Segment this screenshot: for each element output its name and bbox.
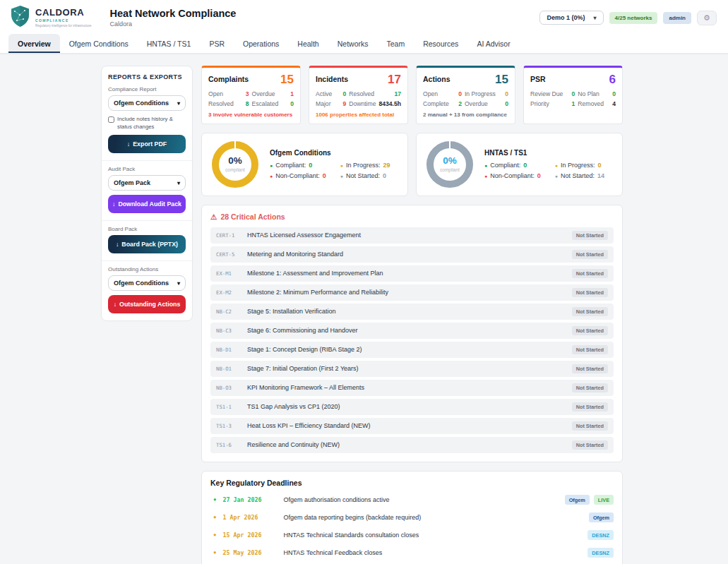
tab-psr[interactable]: PSR bbox=[200, 34, 234, 53]
tab-operations[interactable]: Operations bbox=[234, 34, 288, 53]
chevron-down-icon: ▾ bbox=[177, 280, 180, 287]
audit-pack-label: Audit Pack bbox=[108, 166, 186, 172]
action-code: CERT-1 bbox=[216, 232, 247, 239]
stat-label: In Progress bbox=[465, 90, 496, 97]
critical-action-row: CERT-1 HNTAS Licensed Assessor Engagemen… bbox=[210, 227, 614, 244]
status-badge: Not Started bbox=[572, 288, 608, 297]
donut-chart: 0% compliant bbox=[212, 141, 258, 188]
card-total: 6 bbox=[609, 73, 616, 85]
brand-subtitle: COMPLIANCE bbox=[35, 18, 92, 23]
stat-value: 0 bbox=[452, 90, 462, 97]
status-dot-icon: ● bbox=[213, 515, 217, 520]
compliance-report-select[interactable]: Ofgem Conditions ▾ bbox=[108, 95, 186, 111]
chevron-down-icon: ▾ bbox=[177, 100, 180, 107]
status-badge: Not Started bbox=[572, 326, 608, 335]
board-pack-button[interactable]: ↓ Board Pack (PPTX) bbox=[108, 235, 186, 253]
tab-resources[interactable]: Resources bbox=[414, 34, 467, 53]
action-code: NB-D1 bbox=[216, 347, 247, 353]
tab-health[interactable]: Health bbox=[288, 34, 328, 53]
bullet-icon: ● bbox=[484, 163, 487, 168]
tab-ai-advisor[interactable]: AI Advisor bbox=[467, 34, 519, 53]
critical-actions-heading: 28 Critical Actions bbox=[220, 212, 285, 221]
status-dot-icon: ● bbox=[213, 550, 217, 556]
action-code: EX-M1 bbox=[216, 270, 247, 277]
tab-hntas-ts1[interactable]: HNTAS / TS1 bbox=[138, 34, 201, 53]
card-title: Incidents bbox=[316, 73, 348, 83]
dashboard-page: CALDORA COMPLIANCE Regulatory intelligen… bbox=[0, 0, 728, 564]
legend-item: ● Compliant: 0 bbox=[484, 162, 541, 169]
actions-card: Actions 15 Open 0 In Progress 0 Complete… bbox=[416, 66, 515, 124]
top-bar-actions: Demo 1 (0%) ▾ 4/25 networks admin ⚙ bbox=[539, 11, 717, 25]
outstanding-actions-select[interactable]: Ofgem Conditions ▾ bbox=[108, 275, 186, 291]
critical-action-row: CERT-5 Metering and Monitoring Standard … bbox=[210, 246, 614, 263]
networks-count-badge: 4/25 networks bbox=[609, 12, 658, 24]
critical-action-row: TS1-3 Heat Loss KPI – Efficiency Standar… bbox=[210, 418, 614, 434]
deadlines-heading: Key Regulatory Deadlines bbox=[210, 479, 614, 487]
legend-item: ● Non-Compliant: 0 bbox=[484, 172, 541, 179]
bullet-icon: ● bbox=[340, 174, 343, 179]
stat-label: Priority bbox=[530, 100, 563, 107]
deadline-row: ● 1 Apr 2026 Ofgem data reporting begins… bbox=[210, 509, 614, 527]
donut-percent-label: compliant bbox=[440, 167, 460, 172]
stat-value: 17 bbox=[378, 90, 401, 97]
critical-action-row: TS1-1 TS1 Gap Analysis vs CP1 (2020) Not… bbox=[210, 399, 614, 415]
deadline-row: ● 27 Jan 2026 Ofgem authorisation condit… bbox=[210, 491, 614, 509]
divider bbox=[102, 220, 192, 221]
outstanding-actions-button[interactable]: ↓ Outstanding Actions bbox=[108, 295, 186, 313]
settings-button[interactable]: ⚙ bbox=[697, 11, 717, 25]
bullet-icon: ● bbox=[270, 174, 273, 179]
title-block: Heat Network Compliance Caldora bbox=[110, 8, 237, 28]
deadline-date: 25 May 2026 bbox=[223, 549, 284, 556]
deadline-label: Ofgem authorisation conditions active bbox=[284, 496, 561, 503]
legend-item: ● Non-Compliant: 0 bbox=[270, 172, 326, 179]
stat-label: Open bbox=[423, 90, 449, 97]
action-title: Milestone 1: Assessment and Improvement … bbox=[247, 270, 572, 277]
audit-pack-select[interactable]: Ofgem Pack ▾ bbox=[108, 175, 186, 191]
donut-title: Ofgem Conditions bbox=[270, 149, 390, 157]
tab-networks[interactable]: Networks bbox=[328, 34, 378, 53]
card-note: 2 manual + 13 from compliance bbox=[423, 112, 508, 119]
deadline-row: ● Spring 2026 Ofgem Digital Service laun… bbox=[210, 562, 614, 564]
deadline-date: 15 Apr 2026 bbox=[223, 532, 284, 539]
outstanding-actions-select-value: Ofgem Conditions bbox=[114, 280, 169, 287]
action-code: NB-C2 bbox=[216, 308, 247, 315]
critical-action-row: TS1-6 Resilience and Continuity (NEW) No… bbox=[210, 437, 614, 453]
divider bbox=[102, 260, 192, 261]
donut-charts-row: 0% compliant Ofgem Conditions ● Complian… bbox=[201, 133, 623, 196]
download-audit-pack-button[interactable]: ↓ Download Audit Pack bbox=[108, 195, 186, 213]
stat-value: 9 bbox=[335, 100, 346, 107]
stat-label: Active bbox=[316, 90, 332, 97]
include-notes-checkbox[interactable] bbox=[108, 116, 114, 123]
include-notes-row: Include notes history & status changes bbox=[108, 116, 186, 131]
donut-percent: 0% bbox=[228, 156, 242, 166]
deadline-label: HNTAS Technical Feedback closes bbox=[284, 549, 584, 556]
main-tab-bar: Overview Ofgem Conditions HNTAS / TS1 PS… bbox=[0, 34, 728, 54]
status-badge: Not Started bbox=[572, 440, 608, 450]
critical-action-row: NB-C2 Stage 5: Installation Verification… bbox=[210, 304, 614, 320]
stat-label: Escalated bbox=[252, 100, 279, 107]
action-title: KPI Monitoring Framework – All Elements bbox=[247, 384, 572, 391]
tab-ofgem-conditions[interactable]: Ofgem Conditions bbox=[60, 34, 138, 53]
stat-label: Resolved bbox=[349, 90, 376, 97]
critical-action-row: EX-M2 Milestone 2: Minimum Performance a… bbox=[210, 284, 614, 301]
regulator-badge: DESNZ bbox=[587, 530, 614, 540]
compliance-report-label: Compliance Report bbox=[108, 86, 186, 92]
export-pdf-button[interactable]: ↓ Export PDF bbox=[108, 135, 186, 153]
regulator-badge: DESNZ bbox=[587, 548, 614, 558]
donut-percent-label: compliant bbox=[225, 167, 245, 172]
stat-value: 0 bbox=[566, 90, 575, 97]
card-title: Complaints bbox=[208, 73, 249, 83]
stat-label: No Plan bbox=[578, 90, 604, 97]
action-title: Milestone 2: Minimum Performance and Rel… bbox=[247, 289, 572, 296]
action-title: Metering and Monitoring Standard bbox=[247, 251, 572, 258]
stat-value: 1 bbox=[566, 100, 575, 107]
stat-label: Major bbox=[316, 100, 332, 107]
status-badge: Not Started bbox=[572, 421, 608, 431]
chevron-down-icon: ▾ bbox=[594, 15, 597, 21]
tab-overview[interactable]: Overview bbox=[8, 34, 60, 53]
tab-team[interactable]: Team bbox=[377, 34, 414, 53]
include-notes-label: Include notes history & status changes bbox=[117, 116, 186, 131]
board-pack-label: Board Pack bbox=[108, 226, 186, 232]
card-total: 15 bbox=[495, 73, 508, 85]
scenario-select[interactable]: Demo 1 (0%) ▾ bbox=[539, 11, 603, 25]
